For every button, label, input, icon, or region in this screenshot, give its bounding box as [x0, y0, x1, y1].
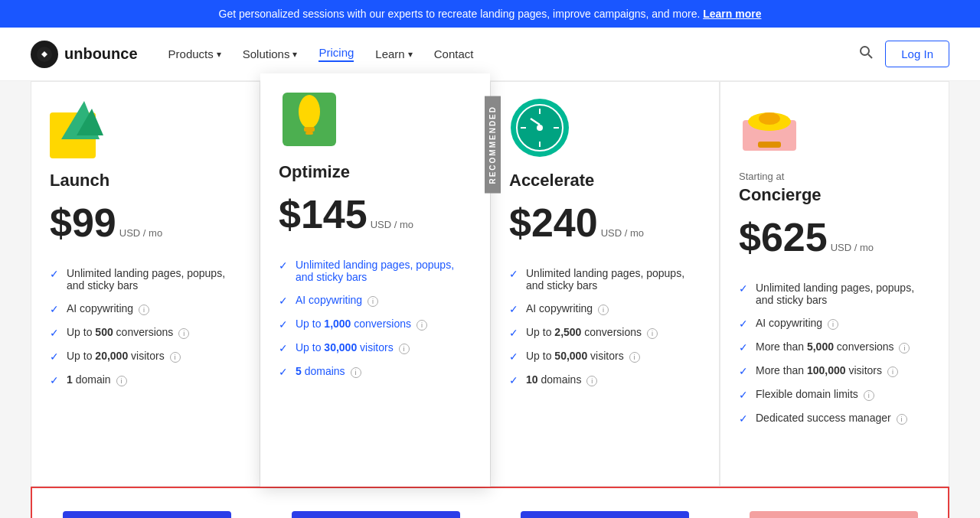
- svg-point-16: [537, 125, 543, 131]
- feature-item: ✓ Up to 2,500 conversions i: [509, 326, 701, 339]
- plan-card-launch: Launch $99 USD / mo ✓ Unlimited landing …: [31, 81, 260, 487]
- feature-item: ✓ AI copywriting i: [279, 294, 472, 307]
- banner-link[interactable]: Learn more: [703, 8, 761, 20]
- plan-card-accelerate: Accelerate $240 USD / mo ✓ Unlimited lan…: [490, 81, 720, 487]
- info-icon[interactable]: i: [368, 296, 378, 307]
- feature-item: ✓ AI copywriting i: [739, 317, 930, 330]
- feature-item: ✓ Unlimited landing pages, popups, and s…: [279, 259, 472, 283]
- info-icon[interactable]: i: [178, 328, 189, 339]
- cta-cell-concierge: Contact a specialist: [719, 503, 948, 518]
- check-icon: ✓: [279, 259, 288, 272]
- plan-name-launch: Launch: [50, 171, 241, 191]
- nav-right: Log In: [859, 41, 949, 67]
- check-icon: ✓: [509, 268, 518, 280]
- nav-pricing[interactable]: Pricing: [318, 46, 354, 62]
- info-icon[interactable]: i: [116, 376, 127, 386]
- check-icon: ✓: [279, 366, 288, 378]
- plan-price-accelerate: $240 USD / mo: [509, 200, 701, 246]
- plan-card-optimize: RECOMMENDED Optimize $145 USD / mo ✓ Unl…: [260, 73, 490, 487]
- navbar: unbounce Products Solutions Pricing Lear…: [0, 28, 980, 81]
- info-icon[interactable]: i: [629, 352, 640, 363]
- top-banner: Get personalized sessions with our exper…: [0, 0, 980, 28]
- check-icon: ✓: [509, 327, 518, 339]
- nav-learn[interactable]: Learn: [375, 47, 412, 60]
- plan-icon-concierge: [739, 97, 800, 158]
- info-icon[interactable]: i: [828, 319, 838, 330]
- starting-at-label: Starting at: [739, 171, 930, 182]
- cta-section: Start building for free Start building f…: [31, 487, 949, 518]
- svg-point-1: [861, 47, 869, 55]
- check-icon: ✓: [50, 374, 59, 386]
- logo[interactable]: unbounce: [31, 41, 138, 68]
- info-icon[interactable]: i: [899, 343, 910, 353]
- check-icon: ✓: [739, 282, 748, 295]
- cta-cell-launch: Start building for free: [32, 503, 261, 518]
- plan-icon-accelerate: [509, 97, 570, 158]
- check-icon: ✓: [50, 350, 59, 363]
- info-icon[interactable]: i: [586, 376, 597, 386]
- svg-point-20: [759, 112, 780, 125]
- plan-name-concierge: Concierge: [739, 185, 930, 205]
- info-icon[interactable]: i: [170, 352, 181, 363]
- logo-text: unbounce: [64, 45, 138, 63]
- check-icon: ✓: [50, 303, 59, 315]
- nav-links: Products Solutions Pricing Learn Contact: [168, 46, 860, 62]
- feature-item: ✓ AI copywriting i: [509, 302, 701, 315]
- feature-item: ✓ Unlimited landing pages, popups, and s…: [739, 282, 930, 306]
- feature-item: ✓ 5 domains i: [279, 365, 472, 378]
- info-icon[interactable]: i: [647, 328, 658, 339]
- recommended-badge: RECOMMENDED: [485, 96, 501, 194]
- cta-button-concierge[interactable]: Contact a specialist: [750, 511, 918, 518]
- plan-price-optimize: $145 USD / mo: [279, 191, 472, 237]
- check-icon: ✓: [739, 341, 748, 353]
- check-icon: ✓: [279, 342, 288, 354]
- feature-item: ✓ 10 domains i: [509, 373, 701, 386]
- banner-text: Get personalized sessions with our exper…: [219, 8, 701, 20]
- features-accelerate: ✓ Unlimited landing pages, popups, and s…: [509, 267, 701, 386]
- plan-icon-optimize: [279, 89, 340, 150]
- feature-item: ✓ 1 domain i: [50, 373, 241, 386]
- nav-products[interactable]: Products: [168, 47, 221, 60]
- cta-button-accelerate[interactable]: Start building for free: [521, 511, 689, 518]
- features-launch: ✓ Unlimited landing pages, popups, and s…: [50, 267, 241, 386]
- check-icon: ✓: [739, 318, 748, 330]
- feature-item: ✓ Up to 30,000 visitors i: [279, 341, 472, 354]
- plan-icon-launch: [50, 97, 111, 158]
- check-icon: ✓: [50, 268, 59, 280]
- feature-item: ✓ Dedicated success manager i: [739, 412, 930, 425]
- plan-price-launch: $99 USD / mo: [50, 200, 241, 246]
- cta-button-optimize[interactable]: Start building for free: [292, 511, 460, 518]
- feature-item: ✓ Up to 1,000 conversions i: [279, 318, 472, 331]
- cta-button-launch[interactable]: Start building for free: [63, 511, 231, 518]
- info-icon[interactable]: i: [887, 367, 898, 377]
- nav-solutions[interactable]: Solutions: [243, 47, 298, 60]
- search-button[interactable]: [859, 45, 873, 63]
- pricing-grid: Launch $99 USD / mo ✓ Unlimited landing …: [31, 81, 949, 487]
- feature-item: ✓ Up to 500 conversions i: [50, 326, 241, 339]
- feature-item: ✓ AI copywriting i: [50, 302, 241, 315]
- login-button[interactable]: Log In: [885, 41, 949, 67]
- info-icon[interactable]: i: [598, 305, 609, 315]
- check-icon: ✓: [739, 412, 748, 425]
- info-icon[interactable]: i: [864, 390, 874, 401]
- svg-line-2: [868, 54, 872, 58]
- plan-name-accelerate: Accelerate: [509, 171, 701, 191]
- svg-point-7: [299, 95, 320, 129]
- svg-rect-9: [305, 132, 313, 135]
- info-icon[interactable]: i: [399, 344, 410, 354]
- info-icon[interactable]: i: [351, 367, 361, 378]
- plan-name-optimize: Optimize: [279, 162, 472, 182]
- feature-item: ✓ Up to 50,000 visitors i: [509, 350, 701, 363]
- logo-icon: [31, 41, 58, 68]
- plan-price-concierge: $625 USD / mo: [739, 214, 930, 260]
- svg-rect-8: [304, 127, 315, 132]
- check-icon: ✓: [279, 295, 288, 307]
- svg-rect-21: [758, 142, 781, 148]
- check-icon: ✓: [739, 389, 748, 401]
- info-icon[interactable]: i: [139, 305, 149, 315]
- info-icon[interactable]: i: [416, 320, 427, 331]
- nav-contact[interactable]: Contact: [434, 47, 474, 60]
- check-icon: ✓: [509, 374, 518, 386]
- info-icon[interactable]: i: [897, 414, 907, 425]
- feature-item: ✓ More than 100,000 visitors i: [739, 364, 930, 377]
